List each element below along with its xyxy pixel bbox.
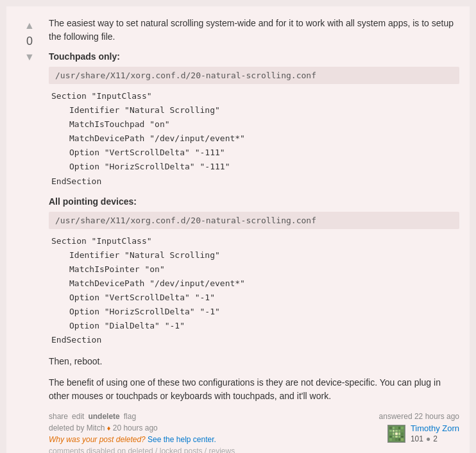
edit-link[interactable]: edit (72, 412, 84, 421)
avatar-cell (401, 427, 404, 429)
avatar-cell (389, 432, 392, 435)
avatar-cell (393, 432, 395, 435)
avatar-cell (395, 427, 398, 429)
upvote-button[interactable]: ▲ (21, 19, 38, 32)
touchpads-code-block: Section "InputClass"Identifier "Natural … (49, 89, 459, 189)
avatar-cell (393, 436, 395, 438)
avatar-cell (389, 438, 392, 441)
badge-count: 2 (433, 434, 438, 443)
vote-count: 0 (26, 33, 33, 49)
help-center-link[interactable]: See the help center. (148, 435, 216, 444)
code-line: Option "VertScrollDelta" "-1" (51, 291, 459, 305)
avatar-cell (393, 438, 395, 441)
avatar-cell (401, 430, 404, 432)
avatar (387, 425, 405, 443)
answer-container: ▲ 0 ▼ The easiest way to set natural scr… (6, 6, 470, 453)
rep-score: 101 (411, 434, 423, 443)
code-line: Identifier "Natural Scrolling" (51, 103, 459, 117)
undelete-link[interactable]: undelete (88, 412, 119, 421)
avatar-cell (389, 430, 392, 432)
code-line: Section "InputClass" (51, 89, 459, 103)
avatar-cell (393, 430, 395, 432)
avatar-cell (398, 432, 401, 435)
user-rep: 101 ● 2 (411, 434, 459, 443)
diamond-icon: ♦ (107, 424, 111, 432)
deleted-line: deleted by Mitch ♦ 20 hours ago (49, 423, 235, 432)
avatar-cell (395, 438, 398, 441)
benefit-text: The benefit of using one of these two co… (49, 376, 459, 403)
avatar-cell (401, 436, 404, 438)
avatar-cell (398, 430, 401, 432)
avatar-cell (398, 427, 401, 429)
user-info: Timothy Zorn 101 ● 2 (411, 423, 459, 443)
code-line: Option "VertScrollDelta" "-111" (51, 146, 459, 160)
avatar-cell (389, 436, 392, 438)
avatar-cell (398, 436, 401, 438)
avatar-cell (389, 427, 392, 429)
alldevices-heading: All pointing devices: (49, 196, 459, 207)
touchpads-filepath: /usr/share/X11/xorg.conf.d/20-natural-sc… (49, 67, 459, 84)
user-card: Timothy Zorn 101 ● 2 (387, 423, 459, 443)
code-line: Identifier "Natural Scrolling" (51, 248, 459, 262)
action-links: share edit undelete flag (49, 412, 235, 421)
deleted-by-text: deleted by Mitch (49, 423, 105, 432)
code-line: MatchIsPointer "on" (51, 262, 459, 277)
answer-footer: share edit undelete flag deleted by Mitc… (49, 412, 459, 453)
comments-disabled-text: comments disabled on deleted / locked po… (49, 447, 235, 453)
why-deleted-text: Why was your post deleted? See the help … (49, 435, 235, 444)
avatar-cell (395, 432, 398, 435)
touchpads-heading: Touchpads only: (49, 51, 459, 62)
answered-line: answered 22 hours ago (379, 412, 459, 421)
intro-text: The easiest way to set natural scrolling… (49, 17, 459, 44)
avatar-cell (395, 436, 398, 438)
deleted-time-text: 20 hours ago (113, 423, 158, 432)
code-line: MatchDevicePath "/dev/input/event*" (51, 132, 459, 146)
avatar-cell (393, 427, 395, 429)
code-line: Section "InputClass" (51, 234, 459, 248)
dot-separator: ● (426, 434, 430, 443)
code-line: Option "HorizScrollDelta" "-1" (51, 305, 459, 319)
code-line: EndSection (51, 333, 459, 347)
footer-left: share edit undelete flag deleted by Mitc… (49, 412, 235, 453)
code-line: MatchIsTouchpad "on" (51, 117, 459, 132)
user-name-link[interactable]: Timothy Zorn (411, 423, 459, 433)
alldevices-filepath: /usr/share/X11/xorg.conf.d/20-natural-sc… (49, 212, 459, 229)
avatar-cell (395, 430, 398, 432)
downvote-button[interactable]: ▼ (21, 51, 38, 64)
avatar-cell (398, 438, 401, 441)
footer-right: answered 22 hours ago Timothy Zorn 101 ●… (379, 412, 459, 443)
reboot-text: Then, reboot. (49, 355, 459, 368)
avatar-cell (401, 432, 404, 435)
alldevices-code-block: Section "InputClass"Identifier "Natural … (49, 234, 459, 348)
code-line: EndSection (51, 175, 459, 189)
flag-link[interactable]: flag (124, 412, 136, 421)
code-line: Option "HorizScrollDelta" "-111" (51, 160, 459, 174)
answer-body: The easiest way to set natural scrolling… (42, 17, 459, 453)
share-link[interactable]: share (49, 412, 68, 421)
avatar-cell (401, 438, 404, 441)
code-line: MatchDevicePath "/dev/input/event*" (51, 277, 459, 291)
vote-column: ▲ 0 ▼ (17, 17, 42, 453)
code-line: Option "DialDelta" "-1" (51, 319, 459, 333)
